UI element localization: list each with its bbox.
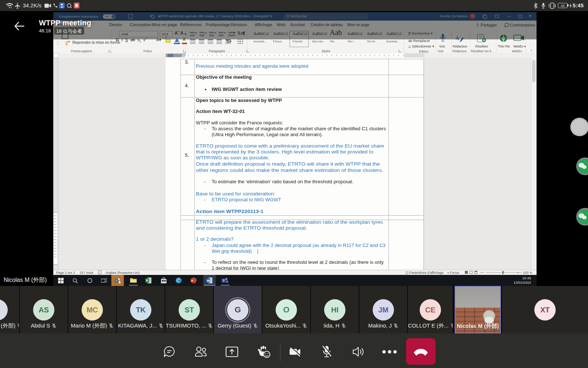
svg-text:4: 4 — [11, 7, 12, 9]
svg-text:P: P — [191, 279, 194, 283]
svg-text:T: T — [115, 279, 117, 283]
svg-text:T: T — [223, 279, 225, 283]
svg-text:W: W — [207, 279, 210, 283]
